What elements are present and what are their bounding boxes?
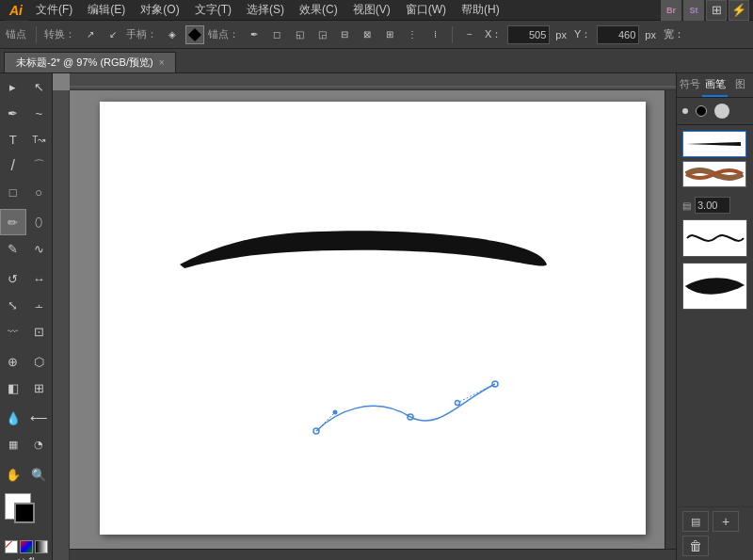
panel-tab-graph[interactable]: 图 [728, 73, 753, 97]
brush-size-input[interactable] [695, 197, 730, 214]
sep1 [36, 26, 37, 43]
gradient-tool[interactable]: ◧ [0, 375, 26, 401]
ruler-vertical [53, 90, 70, 560]
ellipse-tool[interactable]: ○ [26, 179, 53, 205]
arc-tool[interactable]: ⌒ [26, 152, 53, 179]
tool-row-eyedropper: 💧 ⟵ [0, 405, 52, 431]
brush-dot-small[interactable] [682, 108, 688, 114]
distrib-btn2[interactable]: ⁞ [425, 25, 444, 44]
canvas-area[interactable] [53, 73, 676, 560]
panel-tabs: 符号 画笔 图 [677, 73, 753, 98]
brush-item-calligraphic[interactable] [682, 131, 746, 157]
none-color[interactable] [5, 540, 18, 553]
minus-btn[interactable]: − [460, 25, 479, 44]
mesh-tool[interactable]: ⊞ [26, 375, 53, 401]
shape-build-tool[interactable]: ⊕ [0, 348, 26, 375]
corner-btn3[interactable]: ◲ [312, 25, 331, 44]
transform-btn1[interactable]: ↗ [81, 25, 100, 44]
v-scrollbar[interactable] [665, 90, 676, 549]
type-path-tool[interactable]: T↝ [26, 126, 53, 152]
blob-brush-tool[interactable]: ⬯ [26, 209, 53, 235]
anchor-pt-label: 锚点： [208, 27, 239, 41]
y-label: Y： [574, 27, 591, 41]
menu-help[interactable]: 帮助(H) [454, 0, 507, 21]
tab-bar: 未标题-2* @ 97% (RGB/预览) × [0, 49, 753, 73]
brush-dot-large[interactable] [714, 104, 729, 119]
warp-tool[interactable]: 〰 [0, 318, 26, 344]
panel-tab-brush[interactable]: 画笔 [702, 73, 728, 97]
rotate-tool[interactable]: ↺ [0, 265, 26, 292]
curvature-tool[interactable]: ~ [26, 100, 53, 126]
color-area: ↩ ⇅ [0, 488, 52, 560]
line-tool[interactable]: / [0, 152, 26, 179]
menu-edit[interactable]: 编辑(E) [80, 0, 133, 21]
corner-btn1[interactable]: ◻ [267, 25, 286, 44]
default-color-btn[interactable]: ↩ [17, 555, 24, 560]
direct-select-tool[interactable]: ↖ [26, 73, 53, 100]
menu-select[interactable]: 选择(S) [239, 0, 292, 21]
menu-object[interactable]: 对象(O) [133, 0, 186, 21]
tool-row-line: / ⌒ [0, 152, 52, 179]
layout-btn[interactable]: ⊞ [706, 0, 727, 21]
stock-btn[interactable]: St [683, 0, 704, 21]
menu-type[interactable]: 文字(T) [187, 0, 239, 21]
anchor-pt-btn[interactable]: ✒ [245, 25, 264, 44]
reflect-tool[interactable]: ↔ [26, 265, 53, 292]
anchor-label: 锚点 [6, 27, 26, 41]
swap-color-btn[interactable]: ⇅ [28, 555, 36, 560]
x-unit: px [555, 29, 567, 40]
brush-item-pattern[interactable] [682, 161, 746, 187]
menu-view[interactable]: 视图(V) [345, 0, 398, 21]
doc-tab[interactable]: 未标题-2* @ 97% (RGB/预览) × [4, 52, 176, 72]
bridge-btn[interactable]: Br [661, 0, 681, 21]
width-label: 宽： [664, 27, 684, 41]
bar-chart-tool[interactable]: ▦ [0, 431, 26, 457]
delete-brush-btn[interactable]: 🗑 [682, 536, 709, 556]
handle-btn1[interactable]: ◈ [163, 25, 182, 44]
transform-btn2[interactable]: ↙ [104, 25, 122, 44]
smooth-tool[interactable]: ∿ [26, 235, 53, 262]
pencil-tool[interactable]: ✎ [0, 235, 26, 262]
pen-tool[interactable]: ✒ [0, 100, 26, 126]
pie-chart-tool[interactable]: ◔ [26, 431, 53, 457]
h-scrollbar[interactable] [70, 549, 676, 560]
handle-btn2[interactable] [185, 25, 204, 44]
eyedropper-tool[interactable]: 💧 [0, 405, 26, 431]
add-brush-btn[interactable]: + [713, 511, 739, 532]
color-icon[interactable] [20, 540, 33, 553]
free-transform-tool[interactable]: ⊡ [26, 318, 53, 344]
scale-tool[interactable]: ⤡ [0, 292, 26, 318]
select-tool[interactable]: ▸ [0, 73, 26, 100]
shear-tool[interactable]: ⫠ [26, 292, 53, 318]
x-label: X： [485, 27, 502, 41]
live-paint-tool[interactable]: ⬡ [26, 348, 53, 375]
brush-tool[interactable]: ✏ [0, 209, 26, 235]
measure-tool[interactable]: ⟵ [26, 405, 53, 431]
distrib-btn1[interactable]: ⋮ [403, 25, 422, 44]
tab-close[interactable]: × [159, 57, 165, 68]
tool-row-rotate: ↺ ↔ [0, 265, 52, 292]
brush-dot-medium[interactable] [696, 105, 707, 117]
gradient-icon[interactable] [35, 540, 48, 553]
rect-tool[interactable]: □ [0, 179, 26, 205]
hand-tool[interactable]: ✋ [0, 461, 26, 488]
right-panel: 符号 画笔 图 [676, 73, 753, 560]
menu-window[interactable]: 窗口(W) [398, 0, 454, 21]
align-btn3[interactable]: ⊞ [380, 25, 399, 44]
corner-btn2[interactable]: ◱ [290, 25, 309, 44]
stroke-color-box[interactable] [14, 503, 35, 523]
canvas-document [100, 102, 646, 535]
zoom-tool[interactable]: 🔍 [26, 461, 53, 488]
brush-stroke-preview [682, 219, 747, 257]
panel-tab-symbol[interactable]: 符号 [677, 73, 702, 97]
menu-effect[interactable]: 效果(C) [292, 0, 345, 21]
type-tool[interactable]: T [0, 126, 26, 152]
transform-label: 转换： [44, 27, 75, 41]
y-input[interactable] [597, 25, 639, 44]
brush-library-btn[interactable]: ▤ [682, 511, 709, 532]
align-btn1[interactable]: ⊟ [335, 25, 354, 44]
lightning-btn[interactable]: ⚡ [729, 0, 749, 21]
x-input[interactable] [507, 25, 550, 44]
menu-file[interactable]: 文件(F) [28, 0, 80, 21]
align-btn2[interactable]: ⊠ [358, 25, 376, 44]
